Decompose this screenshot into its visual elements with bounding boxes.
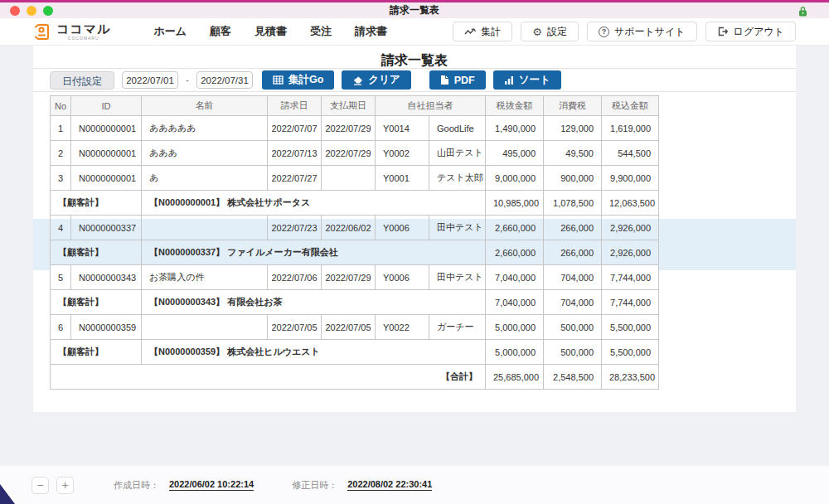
titlebar: 請求一覧表: [0, 0, 829, 18]
cell-no: 2: [51, 141, 71, 166]
minimize-window-icon[interactable]: [27, 6, 36, 16]
date-to-input[interactable]: [196, 71, 253, 89]
support-button-label: サポートサイト: [614, 25, 686, 39]
column-header: 請求日: [268, 96, 322, 116]
cell-amount-ex-tax: 5,000,000: [486, 340, 544, 365]
cell-tax: 2,548,500: [544, 365, 602, 390]
invoice-row[interactable]: 4N00000003372022/07/232022/06/02Y0006田中テ…: [51, 216, 659, 240]
nav-menu: ホーム 顧客 見積書 受注 請求書: [153, 24, 387, 39]
nav-item-orders[interactable]: 受注: [310, 24, 332, 39]
cell-amount-ex-tax: 2,660,000: [486, 216, 544, 240]
cell-due-date: 2022/07/05: [322, 315, 376, 340]
cell-tax: 1,078,500: [544, 191, 602, 216]
window-title: 請求一覧表: [390, 3, 439, 17]
cell-no: 1: [51, 116, 71, 141]
customer-subtotal-row: 【顧客計】【N0000000001】 株式会社サポータス10,985,0001,…: [51, 191, 659, 216]
invoice-row[interactable]: 3N0000000001あ2022/07/27Y0001テスト太郎9,000,0…: [51, 166, 659, 191]
filter-bar: 日付設定 - 集計Go クリア: [33, 68, 796, 92]
pdf-button[interactable]: PDF: [429, 70, 486, 90]
clear-button[interactable]: クリア: [342, 70, 410, 90]
invoice-table-body: 1N0000000001あああああ2022/07/072022/07/29Y00…: [51, 116, 659, 390]
support-site-button[interactable]: ? サポートサイト: [587, 22, 697, 41]
customer-subtotal-row: 【顧客計】【N0000000337】 ファイルメーカー有限会社2,660,000…: [51, 240, 659, 265]
cell-staff-code: Y0001: [376, 166, 429, 191]
cell-amount-inc-tax: 5,500,000: [602, 315, 659, 340]
column-header: 支払期日: [322, 96, 376, 116]
cell-tax: 266,000: [544, 216, 602, 240]
logout-icon: [717, 27, 729, 36]
cell-subtotal-label: 【顧客計】: [51, 340, 142, 365]
column-header: 税抜金額: [486, 96, 544, 116]
close-window-icon[interactable]: [10, 6, 20, 16]
traffic-lights: [10, 2, 53, 18]
cell-tax: 704,000: [544, 265, 602, 290]
cell-amount-inc-tax: 544,500: [602, 141, 659, 166]
cell-amount-inc-tax: 1,619,000: [602, 116, 659, 141]
cell-amount-ex-tax: 5,000,000: [486, 315, 544, 340]
aggregate-button-label: 集計: [481, 25, 501, 39]
cell-staff-code: Y0022: [376, 315, 429, 340]
invoice-row[interactable]: 5N0000000343お茶購入の件2022/07/062022/07/29Y0…: [51, 265, 659, 290]
nav-item-customers[interactable]: 顧客: [210, 24, 231, 39]
page-title: 請求一覧表: [33, 46, 796, 70]
cell-amount-inc-tax: 2,926,000: [602, 240, 659, 265]
cell-subtotal-label: 【顧客計】: [51, 191, 142, 216]
cell-name: あああ: [142, 141, 268, 166]
brand-name: ココマル: [56, 22, 110, 35]
table-grid-icon: [273, 75, 284, 85]
table-header-row: NoID名前請求日支払期日自社担当者税抜金額消費税税込金額: [51, 96, 659, 116]
nav-item-invoices[interactable]: 請求書: [355, 24, 387, 39]
cell-no: 6: [51, 315, 71, 340]
aggregate-button[interactable]: 集計: [453, 22, 512, 41]
invoice-row[interactable]: 2N0000000001あああ2022/07/132022/07/29Y0002…: [51, 141, 659, 166]
eraser-icon: [352, 75, 363, 85]
cell-name: あ: [142, 166, 268, 191]
cell-id: N0000000001: [71, 141, 142, 166]
aggregate-go-button[interactable]: 集計Go: [262, 70, 334, 90]
brand-subtitle: COCOMARU: [56, 36, 110, 41]
modified-at-value[interactable]: 2022/08/02 22:30:41: [347, 479, 432, 491]
cell-invoice-date: 2022/07/05: [268, 315, 322, 340]
cell-id: N0000000001: [71, 166, 142, 191]
column-header: ID: [71, 96, 142, 116]
invoice-row[interactable]: 1N0000000001あああああ2022/07/072022/07/29Y00…: [51, 116, 659, 141]
cell-grand-total-label: 【合計】: [51, 365, 486, 390]
clear-label: クリア: [368, 73, 400, 87]
created-at-value[interactable]: 2022/06/02 10:22:14: [169, 479, 254, 491]
nav-item-quotes[interactable]: 見積書: [255, 24, 287, 39]
zoom-in-button[interactable]: +: [56, 477, 74, 494]
column-header: 税込金額: [602, 96, 659, 116]
column-header: 消費税: [544, 96, 602, 116]
cell-amount-inc-tax: 9,900,000: [602, 166, 659, 191]
lock-icon: [798, 6, 807, 17]
zoom-window-icon[interactable]: [43, 6, 53, 16]
sort-button[interactable]: ソート: [493, 70, 561, 90]
cell-customer-name: 【N0000000359】 株式会社ヒルウエスト: [142, 340, 486, 365]
cell-subtotal-label: 【顧客計】: [51, 290, 142, 315]
invoice-row[interactable]: 6N00000003592022/07/052022/07/05Y0022ガーチ…: [51, 315, 659, 340]
cell-tax: 500,000: [544, 340, 602, 365]
cell-due-date: 2022/06/02: [322, 216, 376, 240]
cell-id: N0000000337: [71, 216, 142, 240]
cell-amount-inc-tax: 5,500,000: [602, 340, 659, 365]
settings-button[interactable]: ⚙ 設定: [521, 22, 579, 41]
cell-id: N0000000343: [71, 265, 142, 290]
logout-button[interactable]: ログアウト: [705, 22, 796, 41]
created-at-label: 作成日時：: [114, 479, 159, 492]
nav-item-home[interactable]: ホーム: [153, 24, 187, 39]
cell-amount-ex-tax: 1,490,000: [486, 116, 544, 141]
cell-name: お茶購入の件: [142, 265, 268, 290]
content-card: 請求一覧表 日付設定 - 集計Go クリア: [33, 46, 796, 412]
cell-tax: 129,000: [544, 116, 602, 141]
cell-subtotal-label: 【顧客計】: [51, 240, 142, 265]
date-setting-button[interactable]: 日付設定: [50, 71, 114, 90]
date-from-input[interactable]: [122, 71, 178, 89]
zoom-out-button[interactable]: −: [32, 477, 49, 494]
brand-logo[interactable]: ココマル COCOMARU: [33, 22, 110, 41]
cell-staff-code: Y0002: [376, 141, 429, 166]
chart-line-icon: [464, 27, 476, 36]
grand-total-row: 【合計】25,685,0002,548,50028,233,500: [51, 365, 659, 390]
cell-amount-ex-tax: 2,660,000: [486, 240, 544, 265]
cell-customer-name: 【N0000000337】 ファイルメーカー有限会社: [142, 240, 486, 265]
cell-name: [142, 315, 268, 340]
